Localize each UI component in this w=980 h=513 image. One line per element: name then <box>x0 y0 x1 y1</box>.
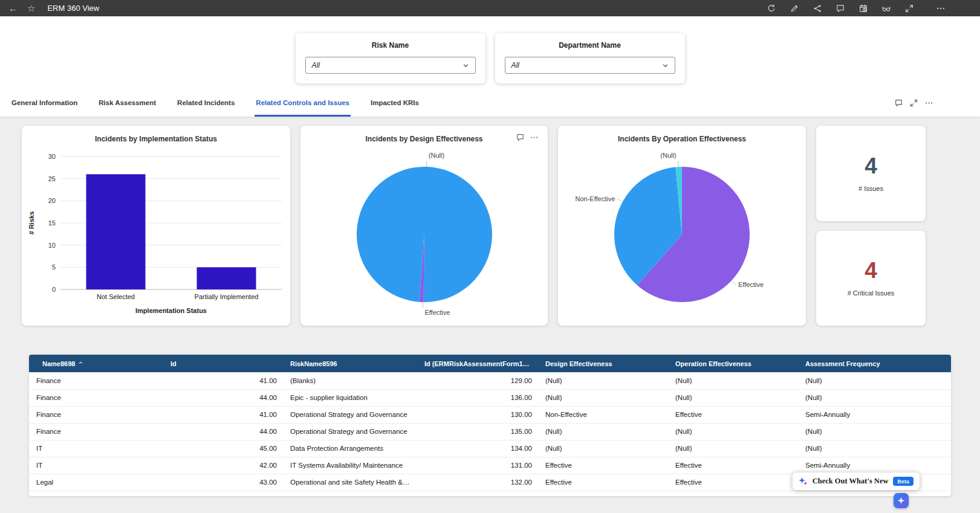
assistant-fab[interactable] <box>894 493 909 508</box>
tab-risk-assessment[interactable]: Risk Assessment <box>97 89 157 117</box>
comment-icon[interactable] <box>895 99 903 107</box>
table-cell: Finance <box>29 423 163 440</box>
table-cell: Legal <box>29 474 163 491</box>
back-icon[interactable]: ← <box>8 4 18 13</box>
edit-icon[interactable] <box>790 4 799 13</box>
preview-icon[interactable] <box>882 4 891 13</box>
schedule-icon[interactable] <box>859 4 868 13</box>
table-row[interactable]: IT45.00Data Protection Arrangements134.0… <box>29 440 951 457</box>
more-icon[interactable] <box>530 134 538 141</box>
column-header-operation-effectiveness[interactable]: Operation Effectiveness <box>668 355 798 372</box>
more-icon[interactable] <box>925 99 933 107</box>
chevron-down-icon <box>662 62 669 69</box>
kpi-value: 4 <box>865 155 877 177</box>
table-cell: Epic - supplier liquidation <box>283 389 417 406</box>
table-cell: 131.00 <box>417 457 538 474</box>
comment-icon[interactable] <box>516 134 524 141</box>
implementation-status-bar-chart[interactable]: 051015202530Not SelectedPartially Implem… <box>22 146 290 326</box>
more-icon[interactable] <box>936 4 945 13</box>
chevron-down-icon <box>462 62 469 69</box>
table-cell: 42.00 <box>163 457 283 474</box>
table-cell: IT Systems Availability/ Maintenance <box>283 457 417 474</box>
table-cell: Finance <box>29 372 163 389</box>
pie-slice-label: Effective <box>424 309 450 316</box>
pie-slice-label: Non-Effective <box>575 195 615 202</box>
table-cell: Effective <box>538 457 668 474</box>
bar-not-selected[interactable] <box>86 174 146 289</box>
table-cell: Non-Effective <box>538 406 668 423</box>
charts-row: Incidents by Implementation Status 05101… <box>22 126 980 326</box>
column-header-name8698[interactable]: Name8698 <box>29 355 163 372</box>
operation-effectiveness-chart-card: Incidents By Operation Effectiveness Eff… <box>558 126 806 326</box>
tabs: General InformationRisk AssessmentRelate… <box>10 89 439 117</box>
table-cell: 41.00 <box>163 406 283 423</box>
svg-text:15: 15 <box>48 219 56 227</box>
table-row[interactable]: IT42.00IT Systems Availability/ Maintena… <box>29 457 951 474</box>
table-cell: (Null) <box>538 372 668 389</box>
table-cell: 135.00 <box>417 423 538 440</box>
whats-new-banner[interactable]: Check Out What's New Beta <box>793 473 920 490</box>
department-name-select[interactable]: All <box>505 57 675 74</box>
share-icon[interactable] <box>813 4 822 13</box>
table-cell: Semi-Annually <box>798 457 951 474</box>
table-cell: 129.00 <box>417 372 538 389</box>
risk-name-select-value: All <box>312 61 320 69</box>
table-cell: IT <box>29 457 163 474</box>
table-cell: Effective <box>668 457 798 474</box>
filter-section: Risk Name All Department Name All <box>0 16 980 89</box>
table-row[interactable]: Finance44.00Operational Strategy and Gov… <box>29 423 951 440</box>
table-cell: (Null) <box>668 423 798 440</box>
kpi-card-critical-issues: 4# Critical Issues <box>816 231 926 326</box>
tab-general-information[interactable]: General Information <box>10 89 79 117</box>
sort-asc-icon <box>78 360 83 367</box>
dashboard-content: Incidents by Implementation Status 05101… <box>0 117 980 496</box>
svg-text:10: 10 <box>48 242 56 249</box>
kpi-card-issues: 4# Issues <box>816 126 926 221</box>
star-icon[interactable]: ☆ <box>27 4 35 13</box>
expand-icon[interactable] <box>910 99 918 107</box>
refresh-icon[interactable] <box>767 4 776 13</box>
pie-slice-null[interactable] <box>357 167 492 302</box>
chart-title: Incidents by Implementation Status <box>22 126 290 146</box>
beta-badge: Beta <box>893 477 913 486</box>
column-header-id-ermriskassessmentform177[interactable]: Id (ERMRiskAssessmentForm177... <box>417 355 538 372</box>
table-cell: (Null) <box>538 423 668 440</box>
table-header-row: Name8698IdRiskName8596Id (ERMRiskAssessm… <box>29 355 951 372</box>
table-row[interactable]: Finance41.00(Blanks)129.00(Null)(Null)(N… <box>29 372 951 389</box>
design-effectiveness-chart-card: Incidents by Design Effectiveness (Null)… <box>300 126 548 326</box>
svg-text:20: 20 <box>48 197 56 204</box>
column-header-id[interactable]: Id <box>163 355 283 372</box>
column-header-assessment-frequency[interactable]: Assessment Frequency <box>798 355 951 372</box>
whats-new-label: Check Out What's New <box>813 477 889 486</box>
tab-impacted-kris[interactable]: Impacted KRIs <box>369 89 420 117</box>
design-effectiveness-pie-chart[interactable]: (Null)Effective <box>300 146 548 321</box>
chart-title: Incidents by Design Effectiveness <box>300 126 548 146</box>
pie-slice-label: Effective <box>738 281 764 288</box>
topbar-actions <box>767 4 980 13</box>
bar-partially-implemented[interactable] <box>197 267 256 289</box>
chart-title: Incidents By Operation Effectiveness <box>558 126 806 146</box>
kpi-label: # Critical Issues <box>848 289 895 297</box>
column-header-design-effectiveness[interactable]: Design Effectiveness <box>538 355 668 372</box>
table-cell: (Null) <box>538 440 668 457</box>
tab-related-incidents[interactable]: Related Incidents <box>176 89 236 117</box>
table-row[interactable]: Finance44.00Epic - supplier liquidation1… <box>29 389 951 406</box>
fullscreen-icon[interactable] <box>905 4 913 13</box>
operation-effectiveness-pie-chart[interactable]: EffectiveNon-Effective(Null) <box>558 146 806 321</box>
table-cell: Finance <box>29 389 163 406</box>
table-cell: Finance <box>29 406 163 423</box>
comment-icon[interactable] <box>836 4 845 13</box>
table-cell: Semi-Annually <box>798 406 951 423</box>
table-cell: Effective <box>668 406 798 423</box>
table-cell: Data Protection Arrangements <box>283 440 417 457</box>
table-row[interactable]: Finance41.00Operational Strategy and Gov… <box>29 406 951 423</box>
pie-label-leader <box>732 280 736 285</box>
table-cell: 41.00 <box>163 372 283 389</box>
risk-name-filter-label: Risk Name <box>305 41 476 50</box>
tab-related-controls-and-issues[interactable]: Related Controls and Issues <box>255 89 351 117</box>
table-cell: (Null) <box>798 372 951 389</box>
risk-name-select[interactable]: All <box>305 57 476 74</box>
kpi-label: # Issues <box>858 185 883 192</box>
filter-card-department-name: Department Name All <box>495 33 685 83</box>
column-header-riskname8596[interactable]: RiskName8596 <box>283 355 417 372</box>
